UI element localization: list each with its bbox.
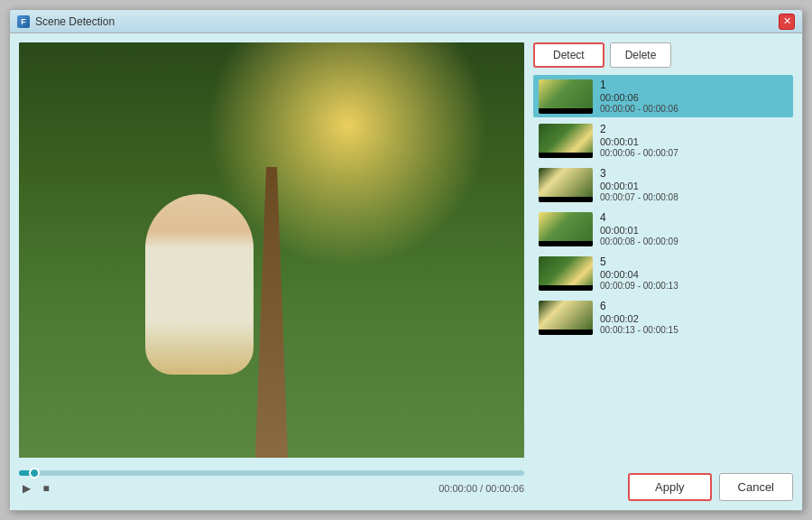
scene-duration: 00:00:01 <box>600 181 678 191</box>
title-bar-left: F Scene Detection <box>17 15 115 28</box>
scene-item[interactable]: 100:00:0600:00:00 - 00:00:06 <box>533 75 793 117</box>
progress-bar[interactable] <box>19 470 524 476</box>
scene-duration: 00:00:02 <box>600 313 678 324</box>
main-content: ▶ ■ 00:00:00 / 00:00:06 Detect Delete 10… <box>10 33 802 510</box>
detect-button[interactable]: Detect <box>533 42 604 68</box>
scene-info: 500:00:0400:00:09 - 00:00:13 <box>600 255 678 291</box>
scene-item[interactable]: 300:00:0100:00:07 - 00:00:08 <box>533 163 793 206</box>
window-title: Scene Detection <box>35 15 115 28</box>
stop-button[interactable]: ■ <box>39 481 53 496</box>
scene-range: 00:00:06 - 00:00:07 <box>600 148 678 158</box>
scene-duration: 00:00:06 <box>600 92 678 103</box>
right-panel: Detect Delete 100:00:0600:00:00 - 00:00:… <box>533 42 793 501</box>
scene-item[interactable]: 200:00:0100:00:06 - 00:00:07 <box>533 119 793 162</box>
top-buttons: Detect Delete <box>533 42 793 68</box>
time-display: 00:00:00 / 00:00:06 <box>438 483 524 494</box>
scene-thumbnail <box>539 301 593 335</box>
bottom-buttons: Apply Cancel <box>533 469 793 501</box>
scene-duration: 00:00:01 <box>600 136 678 147</box>
scene-info: 600:00:0200:00:13 - 00:00:15 <box>600 300 678 335</box>
scene-range: 00:00:08 - 00:00:09 <box>600 237 678 246</box>
person-decor <box>145 194 254 375</box>
scene-number: 2 <box>600 123 678 135</box>
scene-number: 5 <box>600 255 678 268</box>
progress-thumb[interactable] <box>29 468 40 478</box>
scene-info: 200:00:0100:00:06 - 00:00:07 <box>600 123 678 158</box>
scene-thumbnail <box>539 124 593 158</box>
scene-range: 00:00:09 - 00:00:13 <box>600 281 678 291</box>
scene-item[interactable]: 500:00:0400:00:09 - 00:00:13 <box>533 252 793 294</box>
scene-thumbnail <box>539 256 593 291</box>
play-button[interactable]: ▶ <box>19 481 33 496</box>
close-button[interactable]: ✕ <box>779 14 795 30</box>
scene-item[interactable]: 600:00:0200:00:13 - 00:00:15 <box>533 296 793 339</box>
scene-thumbnail <box>539 212 593 246</box>
scene-number: 3 <box>600 167 678 180</box>
scene-number: 4 <box>600 211 678 224</box>
scene-duration: 00:00:01 <box>600 225 678 236</box>
playback-controls: ▶ ■ 00:00:00 / 00:00:06 <box>19 481 524 496</box>
scene-info: 400:00:0100:00:08 - 00:00:09 <box>600 211 678 246</box>
scene-thumbnail <box>539 168 593 202</box>
scene-duration: 00:00:04 <box>600 269 678 280</box>
scene-item[interactable]: 400:00:0100:00:08 - 00:00:09 <box>533 208 793 250</box>
video-frame <box>19 42 524 458</box>
left-panel: ▶ ■ 00:00:00 / 00:00:06 <box>19 42 524 501</box>
scene-info: 300:00:0100:00:07 - 00:00:08 <box>600 167 678 202</box>
scene-info: 100:00:0600:00:00 - 00:00:06 <box>600 79 678 114</box>
scene-number: 1 <box>600 79 678 91</box>
scene-range: 00:00:07 - 00:00:08 <box>600 192 678 202</box>
scene-range: 00:00:13 - 00:00:15 <box>600 325 678 335</box>
cancel-button[interactable]: Cancel <box>719 473 793 501</box>
apply-button[interactable]: Apply <box>628 473 712 501</box>
scene-thumbnail <box>539 79 593 114</box>
scene-range: 00:00:00 - 00:00:06 <box>600 104 678 114</box>
title-bar: F Scene Detection ✕ <box>10 10 802 33</box>
playback-buttons: ▶ ■ <box>19 481 53 496</box>
scene-number: 6 <box>600 300 678 312</box>
video-controls: ▶ ■ 00:00:00 / 00:00:06 <box>19 465 524 501</box>
delete-button[interactable]: Delete <box>610 42 672 68</box>
scene-list: 100:00:0600:00:00 - 00:00:06200:00:0100:… <box>533 75 793 462</box>
app-icon: F <box>17 15 30 28</box>
scene-detection-window: F Scene Detection ✕ ▶ <box>9 9 803 511</box>
video-preview <box>19 42 524 458</box>
